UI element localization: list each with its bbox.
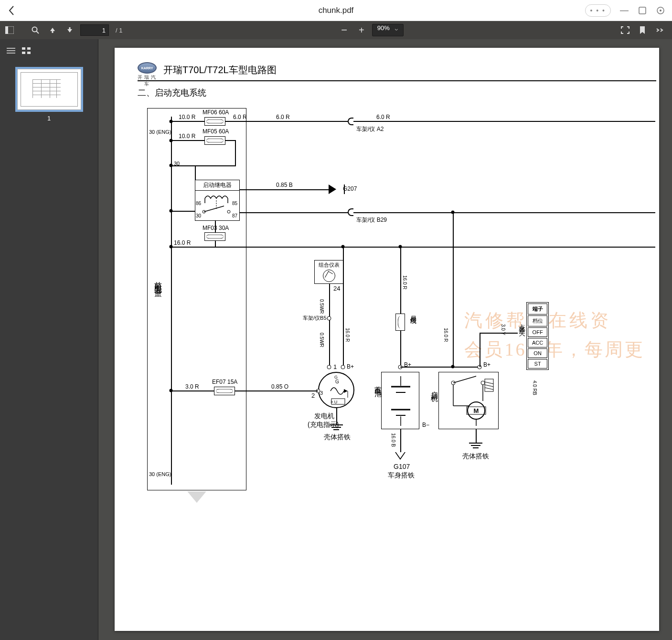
ign-off: OFF <box>528 327 547 337</box>
label-conn-a2: 车架/仪 A2 <box>356 125 384 133</box>
page-up-icon[interactable] <box>46 23 59 37</box>
brand-logo: KARRY 开瑞汽车 <box>138 62 158 77</box>
zoom-in-icon[interactable]: + <box>355 23 368 37</box>
thumbnail-view-icon[interactable] <box>22 47 31 56</box>
zoom-select[interactable]: 90% <box>372 24 404 36</box>
svg-rect-4 <box>5 26 8 34</box>
svg-line-35 <box>485 382 493 384</box>
label-mf03: MF03 30A <box>203 225 229 231</box>
front-fuse-box-label: 前舱电器盒 <box>153 275 163 285</box>
fullscreen-icon[interactable] <box>619 23 632 37</box>
wire-3y: 3.0 Y <box>501 324 506 335</box>
label-conn-b29: 车架/仪 B29 <box>356 216 387 224</box>
label-conn-b5: 车架/仪B5 <box>303 315 327 322</box>
label-efuse: 易熔线 <box>409 311 417 314</box>
maximize-icon[interactable] <box>638 7 647 14</box>
relay-pin-86: 86 <box>196 201 201 206</box>
fuse-mf06 <box>204 117 225 126</box>
brand-logo-text: KARRY <box>138 62 157 74</box>
svg-point-2 <box>660 10 661 11</box>
wire-16r-starter: 16.0 R <box>443 328 448 342</box>
page-thumbnail[interactable] <box>17 69 81 110</box>
svg-line-36 <box>485 385 493 387</box>
brand-name: 开瑞汽车 <box>138 74 158 87</box>
thumbnail-panel: 1 <box>0 39 98 640</box>
pin-2: 2 <box>311 392 315 399</box>
starter-ground-icon <box>469 443 482 444</box>
connector-b29 <box>348 208 353 216</box>
label-mf05: MF05 60A <box>203 128 229 135</box>
cluster-label: 组合仪表 <box>319 262 340 268</box>
label-starter-ground: 壳体搭铁 <box>462 452 489 461</box>
label-chassis-ground: 壳体搭铁 <box>324 433 351 442</box>
search-icon[interactable] <box>29 23 42 37</box>
ign-acc: ACC <box>528 338 547 347</box>
svg-rect-15 <box>27 52 31 54</box>
diode-icon <box>329 184 336 194</box>
svg-line-37 <box>485 388 493 390</box>
wire-16r: 16.0 R <box>174 239 191 246</box>
label-generator: 发电机 <box>314 412 334 421</box>
ground-g107-icon <box>395 452 405 461</box>
ign-head-pos: 档位 <box>528 315 547 326</box>
wire-4rb: 4.0 RB <box>532 380 537 395</box>
wire-05wr-b: 0.5WR <box>319 333 324 347</box>
pin-1: 1 <box>333 363 337 370</box>
wire-16r-b: 16.0 R <box>345 328 350 342</box>
page-count: / 1 <box>116 27 122 34</box>
svg-rect-14 <box>22 52 25 54</box>
label-ignition-switch: 点火开关 <box>518 318 526 326</box>
back-button[interactable] <box>5 5 18 16</box>
svg-rect-8 <box>69 27 71 30</box>
pin-24: 24 <box>333 285 340 292</box>
svg-line-33 <box>453 376 476 383</box>
window-titlebar: chunk.pdf • • • — <box>0 0 672 21</box>
label-30eng-bot: 30 (ENG) <box>149 471 171 477</box>
more-icon[interactable] <box>653 23 666 37</box>
thumbnail-number: 1 <box>17 115 81 122</box>
document-title: 开瑞T70L/T72L车型电路图 <box>163 64 277 76</box>
pin-g: G <box>334 375 338 380</box>
wire-16b: 16.0 B <box>391 433 396 447</box>
outline-view-icon[interactable] <box>7 47 15 56</box>
minimize-icon[interactable]: — <box>619 5 629 15</box>
fuse-mf03 <box>204 232 225 241</box>
target-icon[interactable] <box>656 6 665 15</box>
label-30eng-top: 30 (ENG) <box>149 129 171 135</box>
svg-text:G: G <box>335 379 339 384</box>
page-number-input[interactable] <box>80 24 109 36</box>
bookmark-icon[interactable] <box>636 23 649 37</box>
fuse-mf05 <box>204 136 225 145</box>
menu-pill[interactable]: • • • <box>585 4 611 17</box>
pdf-page: KARRY 开瑞汽车 开瑞T70L/T72L车型电路图 二、启动充电系统 汽修帮… <box>115 48 659 631</box>
wire-16r-c: 16.0 R <box>402 275 407 289</box>
svg-point-20 <box>227 210 230 213</box>
wire-6r-b: 6.0 R <box>276 114 290 120</box>
zoom-value: 90% <box>377 24 390 32</box>
label-g207: G207 <box>343 185 357 192</box>
pin-3: 3 <box>320 390 323 396</box>
sidebar-toggle-icon[interactable] <box>3 23 16 37</box>
starter-motor: M <box>438 372 499 429</box>
page-down-icon[interactable] <box>63 23 76 37</box>
instrument-cluster: 组合仪表 <box>314 260 344 284</box>
label-g107: G107 <box>394 463 410 470</box>
batt-bminus: B− <box>422 422 429 428</box>
label-battery: 蓄电池 <box>373 380 383 386</box>
svg-rect-12 <box>22 47 25 50</box>
svg-rect-7 <box>52 31 53 33</box>
gen-bplus: B+ <box>347 363 354 370</box>
relay-pin-87: 87 <box>232 213 237 218</box>
wire-05wr-a: 0.5WR <box>319 299 324 314</box>
svg-line-21 <box>204 206 224 212</box>
wire-6r-c: 6.0 R <box>376 114 390 120</box>
zoom-out-icon[interactable]: − <box>338 23 351 37</box>
svg-point-32 <box>481 381 485 385</box>
document-viewport[interactable]: KARRY 开瑞汽车 开瑞T70L/T72L车型电路图 二、启动充电系统 汽修帮… <box>98 39 672 640</box>
wire-6r-a: 6.0 R <box>233 114 247 120</box>
label-g107-sub: 车身搭铁 <box>388 471 415 480</box>
fusible-link <box>395 314 405 331</box>
svg-rect-0 <box>639 7 646 14</box>
wire-0850: 0.85 O <box>271 383 288 390</box>
label-ef07: EF07 15A <box>212 379 237 385</box>
